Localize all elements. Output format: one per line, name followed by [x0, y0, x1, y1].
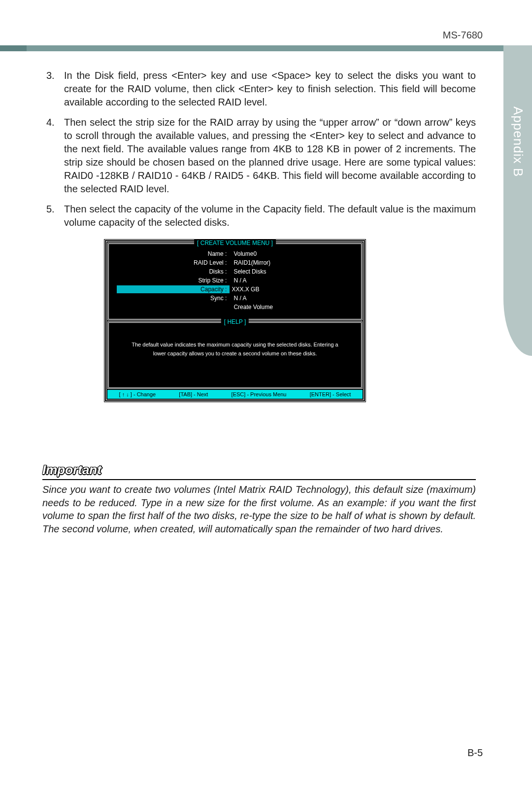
field-value: RAID1(Mirror) — [231, 259, 353, 267]
list-text: In the Disk field, press <Enter> key and… — [64, 70, 476, 107]
instruction-list: 3. In the Disk field, press <Enter> key … — [42, 69, 476, 236]
page-number: B-5 — [467, 747, 483, 759]
field-label: Strip Size : — [117, 277, 230, 284]
field-label-selected: Capacity : — [117, 285, 230, 293]
bios-footer: [ ↑ ↓ ] - Change [TAB] - Next [ESC] - Pr… — [107, 390, 363, 399]
help-title: [ HELP ] — [221, 318, 249, 325]
list-text: Then select the capacity of the volume i… — [64, 204, 476, 228]
key-hint-enter: [ENTER] - Select — [310, 391, 351, 397]
list-item: 3. In the Disk field, press <Enter> key … — [42, 69, 476, 109]
field-value: Volume0 — [231, 250, 353, 258]
menu-title: [ CREATE VOLUME MENU ] — [194, 240, 276, 246]
field-value: Select Disks — [231, 268, 353, 276]
model-number: MS-7680 — [443, 30, 483, 41]
list-num: 4. — [46, 116, 55, 129]
key-hint-esc: [ESC] - Previous Menu — [232, 391, 287, 397]
side-tab: Appendix B — [503, 45, 532, 356]
menu-table: Name :Volume0 RAID Level :RAID1(Mirror) … — [116, 249, 354, 312]
side-tab-label: Appendix B — [510, 106, 526, 177]
field-value: N / A — [231, 277, 353, 284]
bios-screenshot: [ CREATE VOLUME MENU ] Name :Volume0 RAI… — [103, 239, 366, 403]
list-item: 5. Then select the capacity of the volum… — [42, 203, 476, 229]
field-label: Sync : — [117, 294, 230, 302]
important-rule — [42, 479, 476, 480]
important-heading: Important — [42, 462, 101, 478]
list-num: 3. — [46, 69, 55, 82]
create-volume-menu: [ CREATE VOLUME MENU ] Name :Volume0 RAI… — [107, 243, 363, 320]
list-text: Then select the strip size for the RAID … — [64, 117, 476, 194]
key-hint-change: [ ↑ ↓ ] - Change — [119, 391, 156, 397]
field-label: RAID Level : — [117, 259, 230, 267]
field-value: N / A — [231, 294, 353, 302]
list-item: 4. Then select the strip size for the RA… — [42, 116, 476, 196]
help-text: The default value indicates the maximum … — [116, 328, 354, 381]
help-panel: [ HELP ] The default value indicates the… — [107, 321, 363, 389]
field-value-selected: XXX.X GB — [232, 286, 259, 293]
important-body: Since you want to create two volumes (In… — [42, 483, 476, 535]
list-num: 5. — [46, 203, 55, 216]
create-volume-action: Create Volume — [231, 303, 353, 311]
field-label: Name : — [117, 250, 230, 258]
key-hint-tab: [TAB] - Next — [179, 391, 208, 397]
header-divider — [0, 45, 532, 51]
field-label: Disks : — [117, 268, 230, 276]
